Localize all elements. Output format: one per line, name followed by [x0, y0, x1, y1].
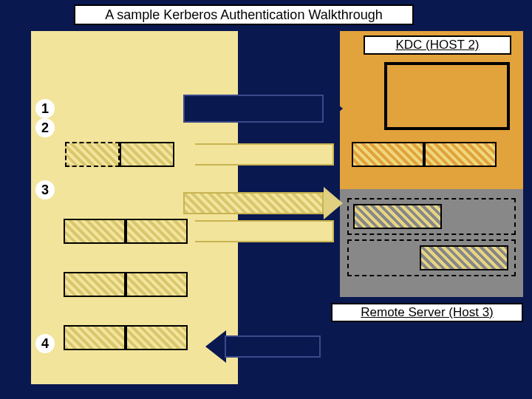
kdc-db-box: [384, 62, 510, 130]
tgs-ticket-b: [420, 245, 508, 270]
arrow-step4-head-right: [321, 330, 341, 363]
kdc-label: KDC (HOST 2): [364, 35, 511, 55]
client-box-3a: [64, 219, 126, 244]
kdc-box-a: [352, 142, 424, 167]
arrow-step3: [183, 192, 324, 214]
arrow-step1-head: [324, 92, 343, 125]
arrow-step4: [225, 335, 321, 358]
arrow-step2: [194, 143, 334, 166]
client-box-5a: [64, 325, 126, 350]
step-badge-2: 2: [35, 118, 55, 137]
arrow-step3-head: [324, 187, 343, 219]
arrow-step4-head-left: [205, 330, 226, 363]
remote-server-label: Remote Server (Host 3): [331, 303, 523, 322]
title-bar: A sample Kerberos Authentication Walkthr…: [74, 4, 414, 25]
tgs-ticket-a: [353, 204, 442, 229]
client-box-3b: [126, 219, 188, 244]
kdc-box-b: [424, 142, 497, 167]
client-box-4b: [126, 272, 188, 297]
arrow-step2-head: [176, 138, 195, 171]
step-badge-1: 1: [35, 99, 55, 118]
client-tgt-box: [120, 142, 174, 167]
arrow-step1: [183, 95, 324, 123]
client-dashed-box: [65, 142, 120, 167]
step-badge-4: 4: [35, 334, 55, 353]
client-box-5b: [126, 325, 188, 350]
arrow-step3b: [194, 220, 334, 242]
client-box-4a: [64, 272, 126, 297]
step-badge-3: 3: [35, 180, 55, 200]
